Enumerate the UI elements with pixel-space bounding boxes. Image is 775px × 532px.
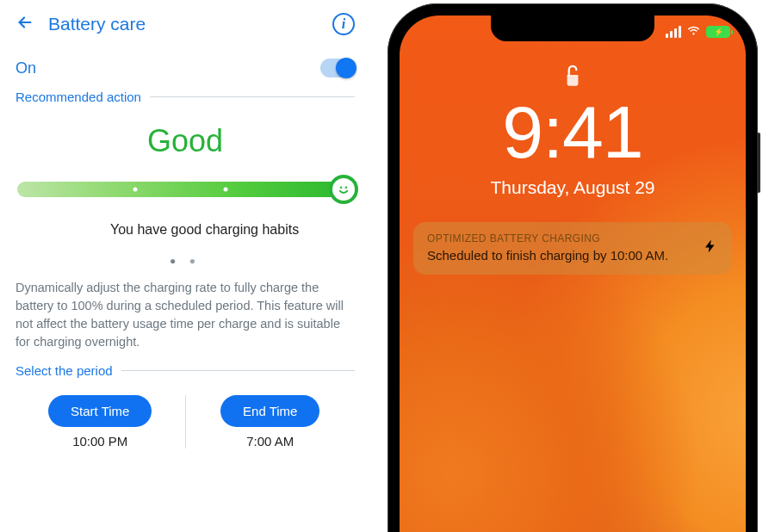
slider-tick: [133, 188, 137, 192]
divider: [150, 96, 355, 97]
info-icon[interactable]: i: [332, 13, 355, 35]
header: Battery care i: [16, 7, 355, 41]
on-label: On: [16, 59, 36, 77]
status-bar: ⚡: [666, 22, 730, 40]
divider: [121, 370, 355, 371]
signal-icon: [666, 26, 681, 38]
slider-tick: [223, 188, 227, 192]
section-recommended: Recommended action: [16, 90, 355, 104]
section-recommended-label: Recommended action: [16, 90, 141, 104]
battery-care-panel: Battery care i On Recommended action Goo…: [0, 0, 370, 532]
end-time-value: 7:00 AM: [186, 434, 356, 448]
bolt-icon: [703, 236, 718, 262]
start-time-button[interactable]: Start Time: [48, 395, 152, 427]
back-icon[interactable]: [16, 13, 34, 35]
lock-icon: [561, 62, 584, 93]
habits-text: You have good charging habits: [110, 221, 304, 239]
health-slider[interactable]: [17, 182, 353, 197]
phone-frame: ⚡ 9:41 Thursday, August 29 OPTIMIZED BAT…: [388, 3, 758, 532]
iphone-preview: ⚡ 9:41 Thursday, August 29 OPTIMIZED BAT…: [370, 0, 775, 532]
svg-point-0: [341, 188, 342, 189]
section-period: Select the period: [16, 363, 355, 378]
phone-screen: ⚡ 9:41 Thursday, August 29 OPTIMIZED BAT…: [400, 15, 746, 532]
end-time-button[interactable]: End Time: [220, 395, 319, 427]
time-row: Start Time 10:00 PM End Time 7:00 AM: [16, 395, 355, 448]
notification-body: Scheduled to finish charging by 10:00 AM…: [427, 248, 692, 263]
svg-point-1: [346, 188, 347, 189]
on-toggle-row: On: [16, 59, 355, 77]
on-toggle[interactable]: [320, 59, 355, 77]
end-time-col: End Time 7:00 AM: [186, 395, 356, 448]
notification-title: OPTIMIZED BATTERY CHARGING: [427, 232, 692, 244]
wifi-icon: [686, 22, 701, 40]
description-text: Dynamically adjust the charging rate to …: [16, 279, 355, 351]
notch: [491, 15, 654, 41]
start-time-value: 10:00 PM: [16, 434, 185, 448]
smiley-icon: [329, 175, 358, 204]
battery-icon: ⚡: [706, 26, 730, 38]
start-time-col: Start Time 10:00 PM: [16, 395, 185, 448]
clock-time: 9:41: [400, 90, 746, 175]
page-title: Battery care: [48, 14, 146, 34]
page-indicator[interactable]: ● ●: [16, 255, 355, 267]
section-period-label: Select the period: [16, 363, 113, 378]
notification-card[interactable]: OPTIMIZED BATTERY CHARGING Scheduled to …: [413, 222, 732, 275]
status-word: Good: [16, 123, 355, 159]
clock-date: Thursday, August 29: [400, 177, 746, 198]
